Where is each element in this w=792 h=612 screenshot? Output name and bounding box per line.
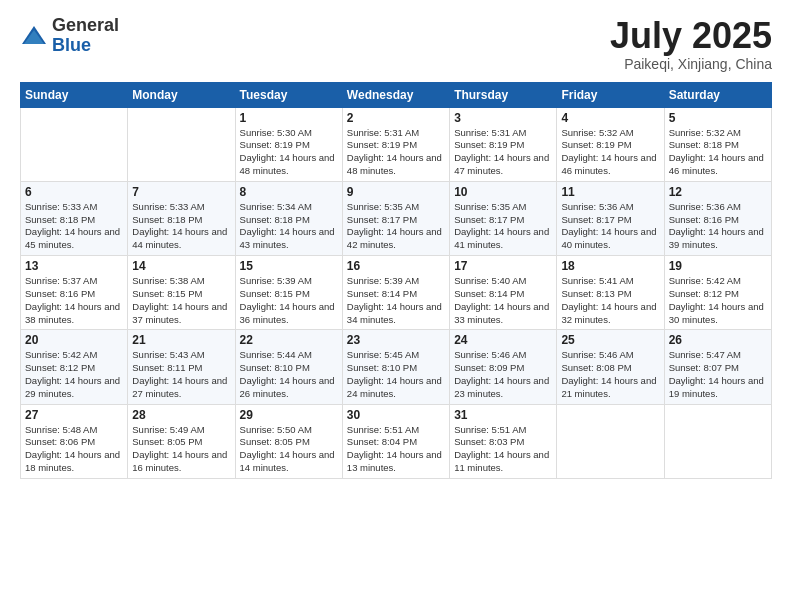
day-number: 8 — [240, 185, 338, 199]
calendar-cell: 25Sunrise: 5:46 AMSunset: 8:08 PMDayligh… — [557, 330, 664, 404]
day-of-week-thursday: Thursday — [450, 82, 557, 107]
logo-blue: Blue — [52, 36, 119, 56]
day-number: 24 — [454, 333, 552, 347]
day-number: 17 — [454, 259, 552, 273]
calendar-cell: 14Sunrise: 5:38 AMSunset: 8:15 PMDayligh… — [128, 256, 235, 330]
calendar-cell: 13Sunrise: 5:37 AMSunset: 8:16 PMDayligh… — [21, 256, 128, 330]
day-number: 11 — [561, 185, 659, 199]
day-number: 4 — [561, 111, 659, 125]
logo-general: General — [52, 16, 119, 36]
day-info: Sunrise: 5:49 AMSunset: 8:05 PMDaylight:… — [132, 424, 230, 475]
day-info: Sunrise: 5:35 AMSunset: 8:17 PMDaylight:… — [454, 201, 552, 252]
day-info: Sunrise: 5:36 AMSunset: 8:16 PMDaylight:… — [669, 201, 767, 252]
day-of-week-sunday: Sunday — [21, 82, 128, 107]
day-number: 20 — [25, 333, 123, 347]
day-number: 5 — [669, 111, 767, 125]
day-of-week-monday: Monday — [128, 82, 235, 107]
calendar-cell: 30Sunrise: 5:51 AMSunset: 8:04 PMDayligh… — [342, 404, 449, 478]
calendar-cell: 12Sunrise: 5:36 AMSunset: 8:16 PMDayligh… — [664, 181, 771, 255]
day-number: 16 — [347, 259, 445, 273]
day-number: 27 — [25, 408, 123, 422]
day-number: 19 — [669, 259, 767, 273]
day-info: Sunrise: 5:33 AMSunset: 8:18 PMDaylight:… — [132, 201, 230, 252]
day-number: 13 — [25, 259, 123, 273]
logo: General Blue — [20, 16, 119, 56]
day-info: Sunrise: 5:30 AMSunset: 8:19 PMDaylight:… — [240, 127, 338, 178]
day-info: Sunrise: 5:41 AMSunset: 8:13 PMDaylight:… — [561, 275, 659, 326]
day-number: 31 — [454, 408, 552, 422]
day-of-week-saturday: Saturday — [664, 82, 771, 107]
calendar-cell: 5Sunrise: 5:32 AMSunset: 8:18 PMDaylight… — [664, 107, 771, 181]
day-number: 6 — [25, 185, 123, 199]
header-row: SundayMondayTuesdayWednesdayThursdayFrid… — [21, 82, 772, 107]
week-row-1: 1Sunrise: 5:30 AMSunset: 8:19 PMDaylight… — [21, 107, 772, 181]
day-info: Sunrise: 5:35 AMSunset: 8:17 PMDaylight:… — [347, 201, 445, 252]
day-number: 30 — [347, 408, 445, 422]
calendar-body: 1Sunrise: 5:30 AMSunset: 8:19 PMDaylight… — [21, 107, 772, 478]
day-of-week-friday: Friday — [557, 82, 664, 107]
day-number: 2 — [347, 111, 445, 125]
day-info: Sunrise: 5:50 AMSunset: 8:05 PMDaylight:… — [240, 424, 338, 475]
day-of-week-wednesday: Wednesday — [342, 82, 449, 107]
calendar-cell: 2Sunrise: 5:31 AMSunset: 8:19 PMDaylight… — [342, 107, 449, 181]
calendar-cell: 6Sunrise: 5:33 AMSunset: 8:18 PMDaylight… — [21, 181, 128, 255]
calendar-cell: 28Sunrise: 5:49 AMSunset: 8:05 PMDayligh… — [128, 404, 235, 478]
day-info: Sunrise: 5:31 AMSunset: 8:19 PMDaylight:… — [454, 127, 552, 178]
week-row-4: 20Sunrise: 5:42 AMSunset: 8:12 PMDayligh… — [21, 330, 772, 404]
week-row-5: 27Sunrise: 5:48 AMSunset: 8:06 PMDayligh… — [21, 404, 772, 478]
logo-icon — [20, 22, 48, 50]
day-number: 10 — [454, 185, 552, 199]
calendar-cell: 1Sunrise: 5:30 AMSunset: 8:19 PMDaylight… — [235, 107, 342, 181]
day-info: Sunrise: 5:46 AMSunset: 8:08 PMDaylight:… — [561, 349, 659, 400]
calendar-header: SundayMondayTuesdayWednesdayThursdayFrid… — [21, 82, 772, 107]
day-number: 7 — [132, 185, 230, 199]
day-info: Sunrise: 5:37 AMSunset: 8:16 PMDaylight:… — [25, 275, 123, 326]
calendar-cell — [664, 404, 771, 478]
month-title: July 2025 — [610, 16, 772, 56]
day-number: 3 — [454, 111, 552, 125]
day-number: 12 — [669, 185, 767, 199]
day-info: Sunrise: 5:44 AMSunset: 8:10 PMDaylight:… — [240, 349, 338, 400]
calendar-cell: 29Sunrise: 5:50 AMSunset: 8:05 PMDayligh… — [235, 404, 342, 478]
day-info: Sunrise: 5:51 AMSunset: 8:04 PMDaylight:… — [347, 424, 445, 475]
day-info: Sunrise: 5:45 AMSunset: 8:10 PMDaylight:… — [347, 349, 445, 400]
calendar-cell: 18Sunrise: 5:41 AMSunset: 8:13 PMDayligh… — [557, 256, 664, 330]
calendar: SundayMondayTuesdayWednesdayThursdayFrid… — [20, 82, 772, 479]
calendar-cell: 9Sunrise: 5:35 AMSunset: 8:17 PMDaylight… — [342, 181, 449, 255]
calendar-cell — [128, 107, 235, 181]
day-of-week-tuesday: Tuesday — [235, 82, 342, 107]
title-area: July 2025 Paikeqi, Xinjiang, China — [610, 16, 772, 72]
calendar-cell: 24Sunrise: 5:46 AMSunset: 8:09 PMDayligh… — [450, 330, 557, 404]
day-info: Sunrise: 5:43 AMSunset: 8:11 PMDaylight:… — [132, 349, 230, 400]
day-info: Sunrise: 5:48 AMSunset: 8:06 PMDaylight:… — [25, 424, 123, 475]
header: General Blue July 2025 Paikeqi, Xinjiang… — [20, 16, 772, 72]
page: General Blue July 2025 Paikeqi, Xinjiang… — [0, 0, 792, 612]
day-number: 14 — [132, 259, 230, 273]
day-info: Sunrise: 5:38 AMSunset: 8:15 PMDaylight:… — [132, 275, 230, 326]
day-info: Sunrise: 5:46 AMSunset: 8:09 PMDaylight:… — [454, 349, 552, 400]
week-row-3: 13Sunrise: 5:37 AMSunset: 8:16 PMDayligh… — [21, 256, 772, 330]
day-info: Sunrise: 5:47 AMSunset: 8:07 PMDaylight:… — [669, 349, 767, 400]
calendar-cell: 21Sunrise: 5:43 AMSunset: 8:11 PMDayligh… — [128, 330, 235, 404]
calendar-cell: 4Sunrise: 5:32 AMSunset: 8:19 PMDaylight… — [557, 107, 664, 181]
calendar-cell: 3Sunrise: 5:31 AMSunset: 8:19 PMDaylight… — [450, 107, 557, 181]
logo-text: General Blue — [52, 16, 119, 56]
day-info: Sunrise: 5:39 AMSunset: 8:15 PMDaylight:… — [240, 275, 338, 326]
calendar-cell: 22Sunrise: 5:44 AMSunset: 8:10 PMDayligh… — [235, 330, 342, 404]
calendar-cell: 16Sunrise: 5:39 AMSunset: 8:14 PMDayligh… — [342, 256, 449, 330]
calendar-cell: 17Sunrise: 5:40 AMSunset: 8:14 PMDayligh… — [450, 256, 557, 330]
calendar-cell: 11Sunrise: 5:36 AMSunset: 8:17 PMDayligh… — [557, 181, 664, 255]
day-info: Sunrise: 5:39 AMSunset: 8:14 PMDaylight:… — [347, 275, 445, 326]
day-number: 28 — [132, 408, 230, 422]
week-row-2: 6Sunrise: 5:33 AMSunset: 8:18 PMDaylight… — [21, 181, 772, 255]
day-number: 1 — [240, 111, 338, 125]
day-number: 15 — [240, 259, 338, 273]
calendar-cell: 20Sunrise: 5:42 AMSunset: 8:12 PMDayligh… — [21, 330, 128, 404]
day-info: Sunrise: 5:31 AMSunset: 8:19 PMDaylight:… — [347, 127, 445, 178]
calendar-cell: 15Sunrise: 5:39 AMSunset: 8:15 PMDayligh… — [235, 256, 342, 330]
day-number: 9 — [347, 185, 445, 199]
day-info: Sunrise: 5:32 AMSunset: 8:18 PMDaylight:… — [669, 127, 767, 178]
calendar-cell: 7Sunrise: 5:33 AMSunset: 8:18 PMDaylight… — [128, 181, 235, 255]
location: Paikeqi, Xinjiang, China — [610, 56, 772, 72]
day-info: Sunrise: 5:40 AMSunset: 8:14 PMDaylight:… — [454, 275, 552, 326]
